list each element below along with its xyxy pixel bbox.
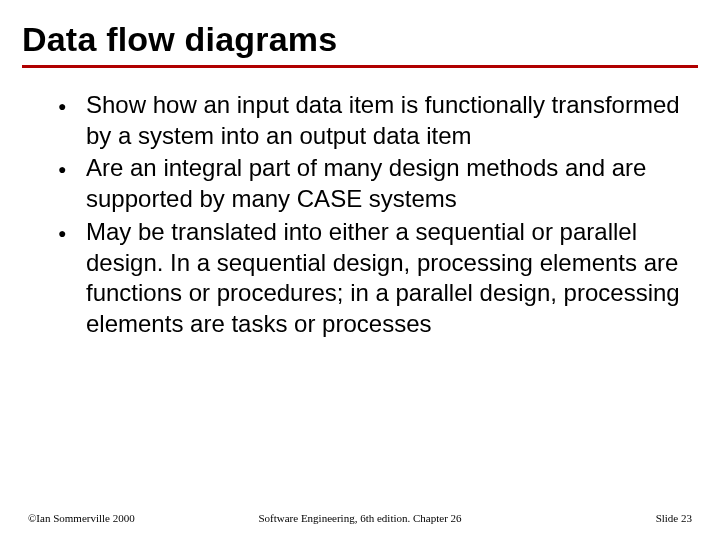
slide-body: ● Show how an input data item is functio… bbox=[0, 68, 720, 340]
title-block: Data flow diagrams bbox=[0, 0, 720, 59]
bullet-icon: ● bbox=[58, 90, 86, 114]
list-item: ● May be translated into either a sequen… bbox=[58, 217, 680, 340]
bullet-text: Show how an input data item is functiona… bbox=[86, 90, 680, 151]
list-item: ● Are an integral part of many design me… bbox=[58, 153, 680, 214]
bullet-icon: ● bbox=[58, 217, 86, 241]
list-item: ● Show how an input data item is functio… bbox=[58, 90, 680, 151]
footer-left: ©Ian Sommerville 2000 bbox=[28, 512, 135, 524]
slide-title: Data flow diagrams bbox=[22, 20, 698, 59]
slide-footer: ©Ian Sommerville 2000 Software Engineeri… bbox=[0, 512, 720, 524]
bullet-text: May be translated into either a sequenti… bbox=[86, 217, 680, 340]
bullet-text: Are an integral part of many design meth… bbox=[86, 153, 680, 214]
bullet-icon: ● bbox=[58, 153, 86, 177]
slide: Data flow diagrams ● Show how an input d… bbox=[0, 0, 720, 540]
footer-right: Slide 23 bbox=[656, 512, 692, 524]
